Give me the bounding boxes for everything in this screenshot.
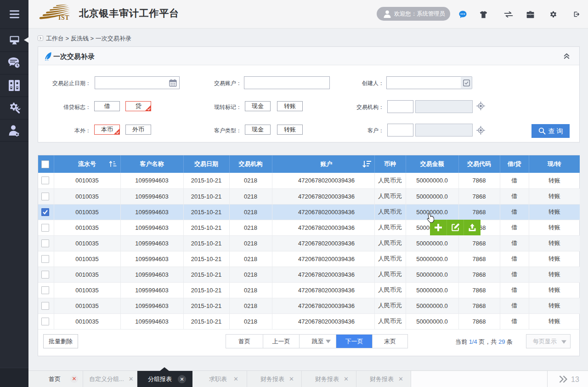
- svg-text:IST: IST: [58, 14, 69, 21]
